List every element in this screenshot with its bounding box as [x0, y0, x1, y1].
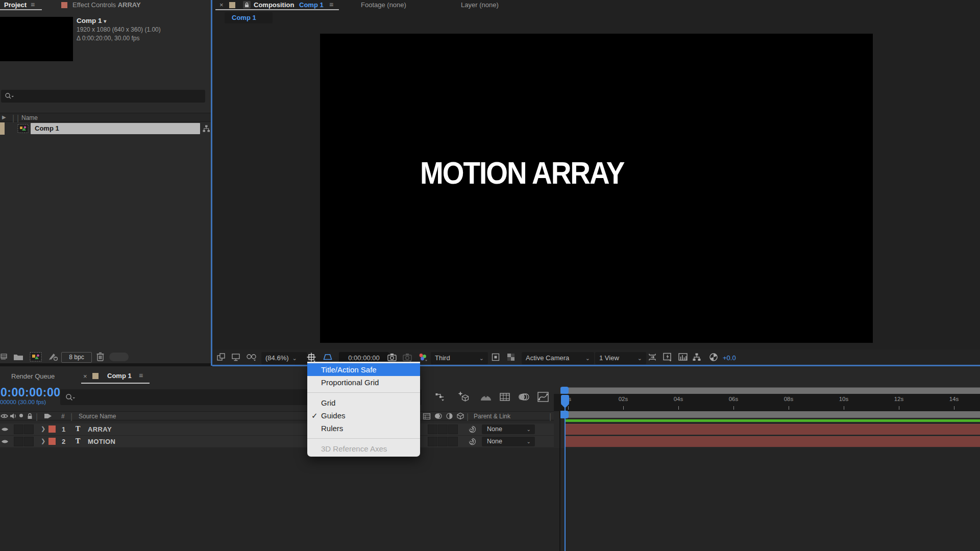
playhead-head[interactable]: [561, 395, 569, 405]
menu-item-guides[interactable]: ✓ Guides: [307, 409, 420, 422]
layer-duration-bar-1[interactable]: [566, 424, 980, 435]
grid-guides-options-button[interactable]: [306, 352, 316, 362]
timeline-horizontal-scrollbar[interactable]: [560, 387, 980, 394]
layer-row-1[interactable]: ❯ 1 T ARRAY None ⌄: [0, 423, 554, 436]
column-parent-link[interactable]: Parent & Link: [474, 413, 510, 420]
tab-layer[interactable]: Layer (none): [461, 1, 499, 9]
tab-timeline-comp[interactable]: Comp 1: [107, 372, 132, 380]
project-active-item-name[interactable]: Comp 1 ▾: [77, 17, 106, 24]
timeline-button-icon[interactable]: [678, 353, 688, 362]
time-ruler[interactable]: 0s 02s 04s 06s 08s 10s 12s 14s: [554, 394, 980, 411]
tab-project[interactable]: Project: [4, 1, 27, 9]
mode-cell[interactable]: [428, 437, 437, 446]
close-tab-icon[interactable]: ×: [219, 1, 224, 9]
layer-row-2[interactable]: ❯ 2 T MOTION None ⌄: [0, 436, 554, 448]
3d-cell[interactable]: [448, 437, 458, 446]
project-panel-menu-icon[interactable]: ≡: [31, 1, 35, 9]
always-preview-icon[interactable]: [216, 353, 226, 362]
column-number[interactable]: #: [61, 413, 65, 420]
parent-dropdown[interactable]: None ⌄: [482, 424, 535, 434]
draft-3d-icon[interactable]: [457, 391, 470, 403]
flowchart-icon[interactable]: [202, 124, 210, 133]
project-search-input[interactable]: [1, 90, 205, 103]
view-layout-dropdown[interactable]: 1 View ⌄: [595, 352, 646, 364]
pickwhip-icon[interactable]: [469, 425, 476, 433]
3d-cell[interactable]: [448, 424, 458, 434]
mode-cell[interactable]: [428, 424, 437, 434]
solo-column-icon[interactable]: [19, 414, 23, 417]
exposure-reset-icon[interactable]: [708, 352, 719, 362]
shy-layers-icon[interactable]: [480, 393, 492, 402]
preserve-transparency-column-icon[interactable]: [434, 412, 443, 420]
timeline-panel-menu-icon[interactable]: ≡: [139, 371, 143, 380]
label-column-icon[interactable]: [44, 413, 52, 419]
3d-layer-column-icon[interactable]: [456, 412, 464, 420]
layer-expander-chevron[interactable]: ❯: [41, 438, 45, 444]
magnification-dropdown[interactable]: (84.6%) ⌄: [261, 352, 307, 364]
transparency-grid-icon[interactable]: [506, 353, 516, 362]
layer-visibility-eye-icon[interactable]: [1, 439, 9, 444]
primary-viewer-monitor-icon[interactable]: [231, 353, 240, 362]
snapshot-camera-icon[interactable]: [387, 352, 397, 362]
menu-item-rulers[interactable]: Rulers: [307, 422, 420, 435]
color-depth-button[interactable]: 8 bpc: [61, 352, 92, 363]
comp-navigator-breadcrumb[interactable]: Comp 1: [225, 12, 273, 23]
column-source-name[interactable]: Source Name: [79, 413, 116, 420]
menu-item-proportional-grid[interactable]: Proportional Grid: [307, 376, 420, 389]
panel-divider-blue[interactable]: [211, 0, 212, 366]
region-of-interest-icon[interactable]: [491, 353, 500, 362]
composition-canvas[interactable]: MOTION ARRAY: [320, 34, 873, 343]
solo-cell[interactable]: [14, 424, 23, 434]
solo-cell[interactable]: [14, 437, 23, 446]
work-area-start-handle[interactable]: [559, 411, 569, 418]
exposure-value[interactable]: +0.0: [723, 354, 736, 362]
tab-effect-controls[interactable]: Effect Controls ARRAY: [72, 1, 141, 9]
layer-label-swatch[interactable]: [48, 425, 56, 433]
playhead-line[interactable]: [565, 395, 566, 551]
work-area-bar[interactable]: [566, 411, 980, 418]
columns-timeline-divider[interactable]: [559, 411, 560, 551]
resolution-dropdown[interactable]: Third ⌄: [431, 352, 488, 364]
show-snapshot-icon[interactable]: [402, 352, 412, 362]
layer-name[interactable]: ARRAY: [88, 425, 112, 433]
video-eye-column-icon[interactable]: [1, 413, 8, 419]
menu-item-grid[interactable]: Grid: [307, 396, 420, 409]
lock-column-icon[interactable]: [27, 413, 33, 419]
close-tab-icon[interactable]: ×: [83, 372, 87, 380]
new-composition-icon[interactable]: [30, 352, 42, 362]
tab-footage[interactable]: Footage (none): [361, 1, 406, 9]
lock-icon[interactable]: [243, 1, 251, 9]
delete-trash-icon[interactable]: [96, 352, 105, 362]
lock-cell[interactable]: [24, 424, 34, 434]
layer-visibility-eye-icon[interactable]: [1, 427, 9, 432]
tab-render-queue[interactable]: Render Queue: [11, 372, 55, 380]
layer-duration-bar-2[interactable]: [566, 436, 980, 447]
channels-rgb-icon[interactable]: [418, 352, 428, 362]
parent-dropdown[interactable]: None ⌄: [482, 437, 535, 446]
twirl-icon[interactable]: ▶: [2, 114, 6, 120]
blend-mode-column-icon[interactable]: [423, 413, 431, 420]
tab-composition-target[interactable]: Comp 1: [299, 1, 324, 9]
menu-item-title-action-safe[interactable]: Title/Action Safe: [307, 363, 420, 376]
interpret-footage-icon[interactable]: [1, 353, 9, 361]
share-view-icon[interactable]: [647, 353, 657, 362]
project-row-comp1[interactable]: Comp 1: [0, 122, 211, 135]
layer-label-swatch[interactable]: [48, 438, 56, 445]
mask-path-visibility-button[interactable]: [323, 353, 333, 362]
current-timecode[interactable]: 0:00:00:00: [1, 386, 61, 399]
3d-view-dropdown[interactable]: Active Camera ⌄: [522, 352, 594, 364]
channel-goggles-icon[interactable]: [246, 353, 257, 362]
fast-previews-icon[interactable]: [663, 352, 673, 362]
audio-column-icon[interactable]: [10, 413, 17, 419]
project-settings-icon[interactable]: [48, 352, 58, 362]
track-matte-column-icon[interactable]: [446, 412, 453, 420]
column-name[interactable]: Name: [21, 114, 38, 121]
viewer-panel-menu-icon[interactable]: ≡: [329, 1, 333, 9]
comp-flowchart-icon[interactable]: [692, 353, 701, 362]
frame-blending-icon[interactable]: [499, 392, 510, 402]
layer-name[interactable]: MOTION: [88, 438, 115, 445]
matte-cell[interactable]: [438, 424, 448, 434]
graph-editor-icon[interactable]: [537, 391, 549, 403]
tab-composition[interactable]: Composition: [254, 1, 294, 9]
pickwhip-icon[interactable]: [469, 438, 476, 445]
